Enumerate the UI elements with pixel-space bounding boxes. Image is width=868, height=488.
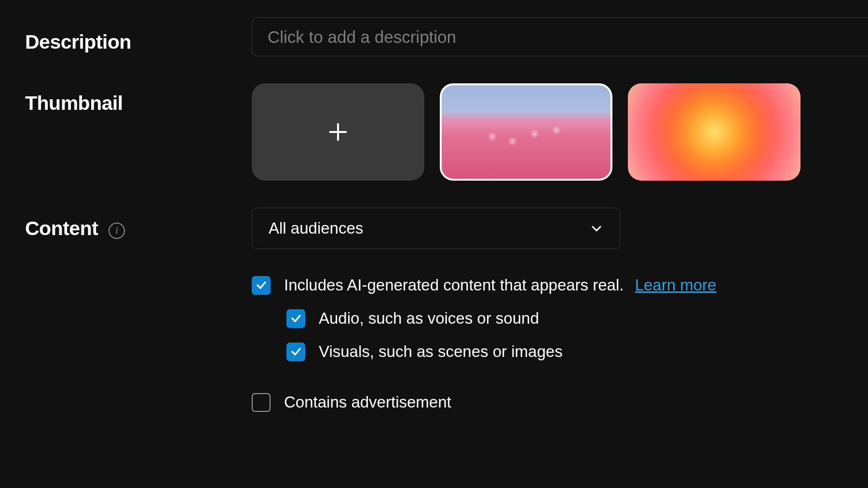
ai-content-label: Includes AI-generated content that appea… (284, 275, 716, 296)
ai-content-checkbox[interactable] (252, 276, 271, 295)
ai-visuals-row: Visuals, such as scenes or images (286, 342, 868, 362)
upload-settings-form: Description Thumbnail Content (0, 0, 868, 425)
ai-content-label-text: Includes AI-generated content that appea… (284, 276, 624, 294)
description-input[interactable] (252, 17, 868, 56)
ai-visuals-checkbox[interactable] (286, 343, 305, 361)
ai-visuals-label: Visuals, such as scenes or images (319, 342, 563, 362)
thumbnail-label: Thumbnail (25, 92, 123, 115)
check-icon (256, 279, 267, 291)
ai-content-row: Includes AI-generated content that appea… (252, 275, 868, 296)
chevron-down-icon (590, 222, 603, 235)
thumbnail-label-col: Thumbnail (25, 83, 252, 115)
audience-select-value: All audiences (269, 219, 363, 237)
advertisement-checkbox[interactable] (252, 393, 271, 412)
thumbnail-field-col (252, 83, 868, 181)
plus-icon (327, 121, 349, 143)
audience-select[interactable]: All audiences (252, 208, 620, 249)
description-field-col (252, 17, 868, 56)
content-checkbox-group: Includes AI-generated content that appea… (252, 275, 868, 413)
thumbnail-add-button[interactable] (252, 83, 424, 181)
thumbnail-option-1[interactable] (440, 83, 612, 181)
advertisement-label: Contains advertisement (284, 392, 451, 413)
description-row: Description (25, 17, 868, 56)
content-field-col: All audiences Includes AI-generated cont… (252, 208, 868, 425)
ai-audio-checkbox[interactable] (286, 309, 305, 328)
content-label-col: Content i (25, 208, 252, 240)
thumbnail-row: Thumbnail (25, 83, 868, 181)
info-icon[interactable]: i (108, 223, 125, 239)
check-icon (290, 346, 302, 357)
learn-more-link[interactable]: Learn more (635, 276, 717, 294)
advertisement-row: Contains advertisement (252, 392, 868, 413)
content-row: Content i All audiences Incl (25, 208, 868, 425)
description-label: Description (25, 31, 131, 53)
content-label: Content (25, 217, 98, 240)
ai-audio-row: Audio, such as voices or sound (286, 308, 868, 329)
thumbnail-option-2[interactable] (628, 83, 800, 181)
thumbnail-options (252, 83, 868, 181)
description-label-col: Description (25, 17, 252, 53)
ai-audio-label: Audio, such as voices or sound (319, 308, 539, 329)
check-icon (290, 313, 302, 324)
